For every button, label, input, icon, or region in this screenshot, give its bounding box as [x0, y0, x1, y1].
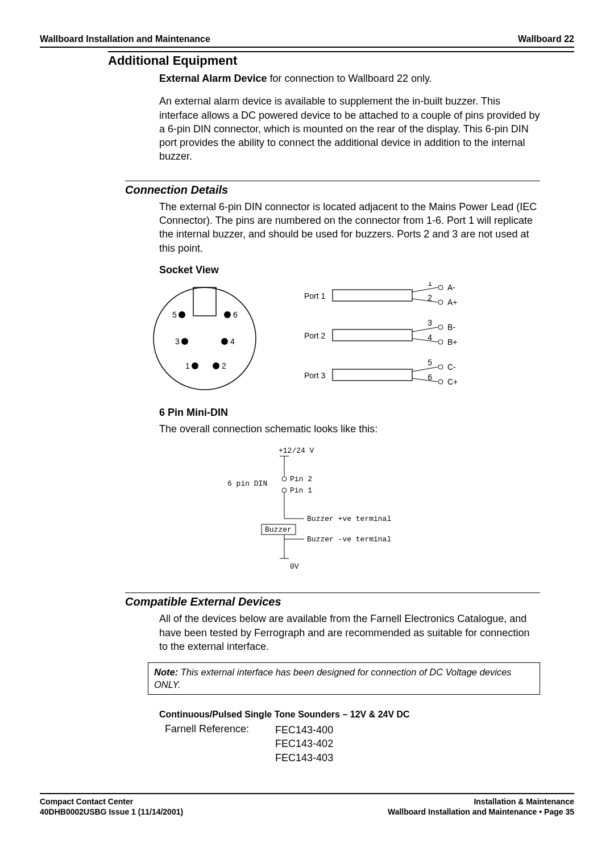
- port3-top-sig: C-: [447, 362, 456, 372]
- port1-label: Port 1: [304, 291, 326, 301]
- ports-diagram: Port 1 1 A- 2 A+ Port 2 3 B- 4 B+ Port 3: [304, 282, 475, 395]
- socket-view-diagram: 5 6 3 4 1 2: [139, 282, 270, 395]
- connection-paragraph: The external 6-pin DIN connector is loca…: [159, 200, 540, 255]
- port2-bot-sig: B+: [447, 337, 458, 347]
- svg-rect-8: [333, 290, 412, 301]
- note-text: This external interface has been designe…: [154, 667, 512, 689]
- section-heading-additional-equipment: Additional Equipment: [108, 53, 574, 68]
- port3-bot-sig: C+: [447, 377, 458, 386]
- section-rule: [108, 51, 574, 52]
- schematic-intro: The overall connection schematic looks l…: [159, 422, 540, 436]
- port3-label: Port 3: [304, 371, 326, 380]
- footer-left: Compact Contact Center 40DHB0002USBG Iss…: [40, 796, 183, 817]
- svg-rect-13: [333, 329, 412, 341]
- schematic-intro-block: The overall connection schematic looks l…: [159, 422, 540, 436]
- sounders-heading: Continuous/Pulsed Single Tone Sounders –…: [159, 710, 574, 720]
- pin-6-label: 6: [233, 310, 238, 319]
- svg-point-4: [181, 338, 188, 345]
- schematic-din: 6 pin DIN: [227, 479, 267, 488]
- footer-right: Installation & Maintenance Wallboard Ins…: [388, 796, 574, 817]
- svg-point-5: [221, 338, 228, 345]
- body-compat: All of the devices below are available f…: [159, 612, 540, 653]
- farnell-ref-values: FEC143-400 FEC143-402 FEC143-403: [275, 723, 333, 765]
- port3-bot-num: 6: [428, 373, 432, 382]
- note-box: Note: This external interface has been d…: [148, 662, 540, 695]
- svg-point-10: [438, 285, 443, 290]
- farnell-ref-3: FEC143-403: [275, 751, 333, 765]
- schematic-neg: Buzzer -ve terminal: [307, 535, 391, 544]
- sub-heading-compat-devices: Compatible External Devices: [125, 595, 574, 608]
- port2-top-num: 3: [428, 318, 432, 327]
- footer-left-2: 40DHB0002USBG Issue 1 (11/14/2001): [40, 807, 183, 817]
- sub-heading-connection-details: Connection Details: [125, 183, 574, 197]
- svg-line-14: [412, 327, 438, 332]
- svg-point-3: [224, 311, 231, 318]
- svg-line-9: [412, 287, 438, 292]
- svg-rect-18: [333, 369, 412, 381]
- svg-point-15: [438, 325, 443, 329]
- footer-right-2: Wallboard Installation and Maintenance •…: [388, 807, 574, 817]
- svg-point-2: [179, 311, 185, 318]
- connection-schematic: +12/24 V Pin 2 Pin 1 6 pin DIN Buzzer +v…: [205, 445, 409, 575]
- svg-point-25: [282, 477, 287, 481]
- port1-bot-num: 2: [428, 293, 432, 302]
- svg-line-21: [412, 378, 438, 382]
- note-label: Note:: [154, 667, 178, 677]
- schematic-pin1: Pin 1: [290, 486, 312, 495]
- svg-point-26: [282, 488, 287, 493]
- socket-diagram-row: 5 6 3 4 1 2 Port 1 1 A- 2 A+ Port: [40, 282, 574, 395]
- schematic-pin2: Pin 2: [290, 475, 312, 483]
- running-header: Wallboard Installation and Maintenance W…: [40, 34, 574, 48]
- body-connection-details: The external 6-pin DIN connector is loca…: [159, 200, 540, 255]
- farnell-ref-label: Farnell Reference:: [165, 723, 249, 765]
- svg-point-0: [154, 287, 256, 390]
- farnell-ref-row: Farnell Reference: FEC143-400 FEC143-402…: [165, 723, 574, 765]
- svg-line-19: [412, 367, 438, 372]
- footer-right-1: Installation & Maintenance: [388, 796, 574, 807]
- page: Wallboard Installation and Maintenance W…: [0, 0, 614, 840]
- svg-point-12: [438, 300, 443, 304]
- farnell-ref-2: FEC143-402: [275, 737, 333, 750]
- schematic-pos: Buzzer +ve terminal: [307, 515, 391, 523]
- svg-line-11: [412, 299, 438, 302]
- svg-point-7: [213, 362, 219, 369]
- port1-top-num: 1: [428, 282, 432, 287]
- schematic-vtop: +12/24 V: [279, 446, 314, 455]
- compat-paragraph: All of the devices below are available f…: [159, 612, 540, 653]
- port1-bot-sig: A+: [447, 298, 458, 307]
- six-pin-minidin-label: 6 Pin Mini-DIN: [159, 407, 574, 419]
- running-footer: Compact Contact Center 40DHB0002USBG Iss…: [40, 793, 574, 817]
- svg-point-17: [438, 340, 443, 344]
- port2-top-sig: B-: [447, 323, 455, 332]
- sub-rule-connection: [125, 181, 540, 181]
- schematic-buzzer: Buzzer: [265, 525, 292, 534]
- pin-4-label: 4: [230, 337, 235, 346]
- external-alarm-rest: for connection to Wallboard 22 only.: [267, 73, 432, 84]
- pin-3-label: 3: [175, 337, 180, 346]
- header-left: Wallboard Installation and Maintenance: [40, 34, 210, 44]
- svg-line-16: [412, 339, 438, 342]
- port2-bot-num: 4: [428, 333, 432, 342]
- socket-view-label: Socket View: [159, 264, 574, 276]
- body-additional-equipment: External Alarm Device for connection to …: [159, 72, 540, 164]
- port2-label: Port 2: [304, 331, 326, 340]
- svg-point-6: [192, 362, 198, 369]
- external-alarm-line: External Alarm Device for connection to …: [159, 72, 540, 85]
- svg-point-20: [438, 365, 443, 369]
- external-alarm-paragraph: An external alarm device is available to…: [159, 94, 540, 163]
- sub-rule-compat: [125, 592, 540, 593]
- svg-point-22: [438, 379, 443, 384]
- pin-2-label: 2: [222, 361, 226, 370]
- schematic-vbot: 0V: [290, 562, 299, 571]
- port3-top-num: 5: [428, 358, 432, 367]
- port1-top-sig: A-: [447, 283, 455, 292]
- header-right: Wallboard 22: [518, 34, 574, 44]
- schematic-row: +12/24 V Pin 2 Pin 1 6 pin DIN Buzzer +v…: [40, 445, 574, 575]
- pin-1-label: 1: [185, 361, 190, 370]
- svg-rect-1: [193, 287, 216, 316]
- external-alarm-bold: External Alarm Device: [159, 73, 267, 84]
- farnell-ref-1: FEC143-400: [275, 723, 333, 737]
- footer-left-1: Compact Contact Center: [40, 796, 183, 807]
- pin-5-label: 5: [172, 310, 177, 319]
